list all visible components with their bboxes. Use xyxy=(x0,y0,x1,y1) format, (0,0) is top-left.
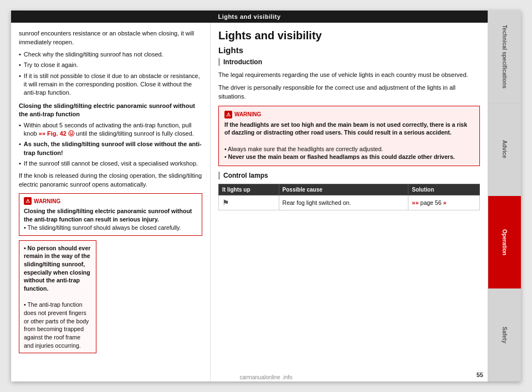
left-warning-box: ⚠ WARNING Closing the sliding/tilting el… xyxy=(19,193,202,235)
col-header-cause: Possible cause xyxy=(279,184,408,195)
right-warning-text: If the headlights are set too high and t… xyxy=(224,121,474,161)
subsection-title: Introduction xyxy=(223,58,262,66)
page-title: Lights and visibility xyxy=(218,29,480,42)
warning-icon: ⚠ xyxy=(24,197,32,205)
page-number: 55 xyxy=(477,372,483,378)
lamp-solution-cell: »» page 56 » xyxy=(408,195,480,210)
control-lamps-section: Control lamps It lights up Possible caus… xyxy=(218,172,480,210)
right-warning-label: ⚠ WARNING xyxy=(224,111,474,118)
right-warning-box: ⚠ WARNING If the headlights are set too … xyxy=(218,106,480,166)
closing-para: If the knob is released during the closi… xyxy=(19,172,202,189)
lamp-cause-cell: Rear fog light switched on. xyxy=(279,195,408,210)
solution-text: page 56 xyxy=(421,199,442,206)
col-header-icon: It lights up xyxy=(219,184,279,195)
left-intro: sunroof encounters resistance or an obst… xyxy=(19,29,202,47)
col-header-solution: Solution xyxy=(408,184,480,195)
control-lamps-title: Control lamps xyxy=(223,172,268,179)
bullet-within: Within about 5 seconds of activating the… xyxy=(19,121,202,138)
subsection-bar: Introduction xyxy=(218,58,480,66)
bullet-check: Check why the sliding/tilting sunroof ha… xyxy=(19,50,202,59)
intro-para1: The legal requirements regarding the use… xyxy=(218,70,480,80)
header-title: Lights and visibility xyxy=(218,13,280,20)
red-warning-box: • No person should ever remain in the wa… xyxy=(19,240,96,354)
red-box-text: • No person should ever remain in the wa… xyxy=(24,244,91,350)
bullet-try: Try to close it again. xyxy=(19,61,202,69)
bullet-obstacle: If it is still not possible to close it … xyxy=(19,72,202,97)
right-sidebar: Technical specifications Advice Operatio… xyxy=(488,11,521,381)
sidebar-tab-advice[interactable]: Advice xyxy=(488,104,521,197)
right-column: Lights and visibility Lights Introductio… xyxy=(211,23,488,381)
control-lamps-bar: Control lamps xyxy=(218,172,480,179)
table-row: ⚑️ Rear fog light switched on. »» page 5… xyxy=(219,195,480,210)
bullet-assuch: As such, the sliding/tilting sunroof wil… xyxy=(19,140,202,157)
main-content: sunroof encounters resistance or an obst… xyxy=(11,23,488,381)
closing-heading: Closing the sliding/tilting electric pan… xyxy=(19,102,202,119)
warning-box-text: Closing the sliding/tilting electric pan… xyxy=(24,207,197,231)
warning-label: ⚠ WARNING xyxy=(24,197,197,205)
left-column: sunroof encounters resistance or an obst… xyxy=(11,23,211,381)
right-warning-icon: ⚠ xyxy=(224,111,232,118)
sidebar-tab-safety[interactable]: Safety xyxy=(488,289,521,382)
sidebar-tab-operation[interactable]: Operation xyxy=(488,196,521,289)
page-container: Lights and visibility Technical specific… xyxy=(11,11,521,381)
intro-para2: The driver is personally responsible for… xyxy=(218,83,480,101)
watermark: carmanualonline .info xyxy=(239,374,292,380)
solution-arrow-end: » xyxy=(443,199,446,206)
bullet-cannot: If the sunroof still cannot be closed, v… xyxy=(19,159,202,168)
sidebar-tab-technical[interactable]: Technical specifications xyxy=(488,11,521,104)
solution-arrows: »» xyxy=(412,199,420,206)
lamp-icon-cell: ⚑️ xyxy=(219,195,279,210)
control-lamps-table: It lights up Possible cause Solution ⚑️ … xyxy=(218,184,480,210)
left-two-col: • No person should ever remain in the wa… xyxy=(19,240,202,354)
top-header: Lights and visibility xyxy=(11,11,488,23)
fog-light-icon: ⚑️ xyxy=(222,198,229,207)
section-title: Lights xyxy=(218,45,480,55)
